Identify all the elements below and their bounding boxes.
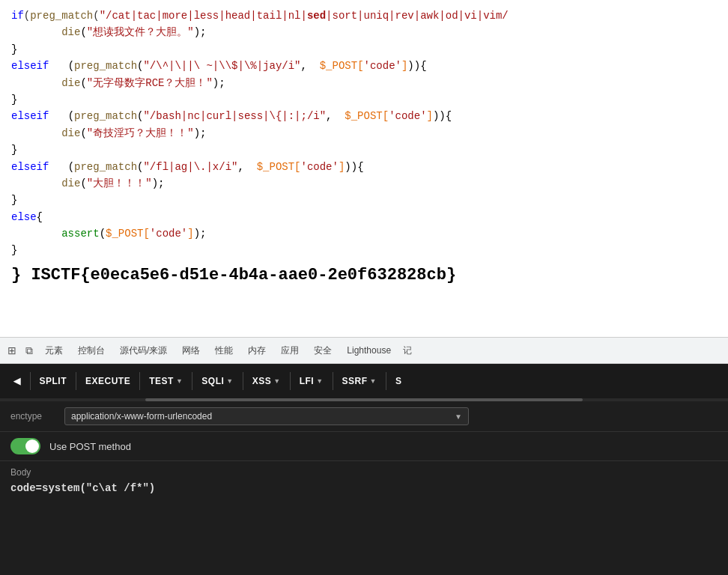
code-line-9: }: [11, 142, 717, 158]
code-line-8: die("奇技淫巧？大胆！！");: [11, 125, 717, 142]
separator-7: [333, 372, 333, 390]
toolbar: ◀ SPLIT EXECUTE TEST ▼ SQLI ▼ XSS ▼ LFI …: [0, 364, 728, 398]
code-area: if(preg_match("/cat|tac|more|less|head|t…: [0, 0, 728, 337]
separator-8: [386, 372, 386, 390]
code-line-5: die("无字母数字RCE？大胆！");: [11, 75, 717, 91]
code-line-1: if(preg_match("/cat|tac|more|less|head|t…: [11, 7, 717, 24]
ssrf-arrow: ▼: [370, 377, 377, 385]
tab-memory[interactable]: 内存: [240, 338, 273, 363]
post-method-toggle[interactable]: [10, 438, 40, 454]
code-line-2: die("想读我文件？大胆。");: [11, 24, 717, 40]
code-line-12: }: [11, 192, 717, 208]
lfi-arrow: ▼: [316, 377, 323, 385]
inspect-icon[interactable]: ⊞: [7, 344, 16, 356]
tab-elements[interactable]: 元素: [37, 338, 70, 363]
code-line-3: }: [11, 41, 717, 58]
lfi-button[interactable]: LFI ▼: [292, 371, 331, 391]
test-arrow: ▼: [176, 377, 183, 385]
separator-4: [192, 372, 192, 390]
code-line-13: else{: [11, 209, 717, 225]
tab-more[interactable]: 记: [398, 338, 416, 363]
enctype-select[interactable]: application/x-www-form-urlencoded ▼: [64, 407, 469, 425]
post-method-label: Use POST method: [49, 441, 131, 452]
code-line-6: }: [11, 91, 717, 108]
separator-6: [290, 372, 291, 390]
tab-performance[interactable]: 性能: [207, 338, 240, 363]
code-line-11: die("大胆！！！");: [11, 175, 717, 192]
device-icon[interactable]: ⧉: [25, 344, 33, 357]
separator-2: [76, 372, 76, 390]
tab-sources[interactable]: 源代码/来源: [112, 338, 175, 363]
tab-application[interactable]: 应用: [273, 338, 306, 363]
sqli-arrow: ▼: [226, 377, 233, 385]
enctype-label: enctype: [10, 411, 55, 422]
code-line-10: elseif (preg_match("/fl|ag|\.|x/i", $_PO…: [11, 159, 717, 175]
scrollbar-strip[interactable]: [0, 398, 728, 401]
tab-lighthouse[interactable]: Lighthouse: [339, 338, 398, 363]
flag-line: } ISCTF{e0eca5e6-d51e-4b4a-aae0-2e0f6328…: [11, 262, 717, 288]
body-label: Body: [10, 467, 718, 478]
s-button[interactable]: S: [388, 371, 410, 391]
xss-arrow: ▼: [273, 377, 280, 385]
enctype-value: application/x-www-form-urlencoded: [71, 411, 212, 422]
body-value: code=system("c\at /f*"): [10, 482, 718, 494]
devtools-tabbar: ⊞ ⧉ 元素 控制台 源代码/来源 网络 性能 内存 应用 安全 Lightho…: [0, 337, 728, 364]
separator-3: [139, 372, 140, 390]
code-line-7: elseif (preg_match("/bash|nc|curl|sess|\…: [11, 108, 717, 124]
code-line-15: }: [11, 242, 717, 258]
ssrf-button[interactable]: SSRF ▼: [335, 371, 384, 391]
test-button[interactable]: TEST ▼: [142, 371, 190, 391]
code-line-4: elseif (preg_match("/\^|\||\ ~|\\$|\%|ja…: [11, 58, 717, 74]
enctype-row: enctype application/x-www-form-urlencode…: [0, 401, 728, 432]
sqli-button[interactable]: SQLI ▼: [194, 371, 240, 391]
tab-network[interactable]: 网络: [175, 338, 207, 363]
arrow-button[interactable]: ◀: [6, 371, 28, 391]
code-line-14: assert($_POST['code']);: [11, 225, 717, 242]
tab-console[interactable]: 控制台: [70, 338, 112, 363]
toggle-row: Use POST method: [0, 432, 728, 461]
body-section: Body code=system("c\at /f*"): [0, 461, 728, 500]
panel-area: enctype application/x-www-form-urlencode…: [0, 398, 728, 575]
execute-button[interactable]: EXECUTE: [78, 371, 138, 391]
tab-security[interactable]: 安全: [306, 338, 339, 363]
enctype-arrow-icon: ▼: [455, 413, 462, 421]
scrollbar-thumb[interactable]: [145, 398, 582, 401]
separator-1: [30, 372, 31, 390]
split-button[interactable]: SPLIT: [32, 371, 75, 391]
separator-5: [243, 372, 243, 390]
xss-button[interactable]: XSS ▼: [245, 371, 288, 391]
